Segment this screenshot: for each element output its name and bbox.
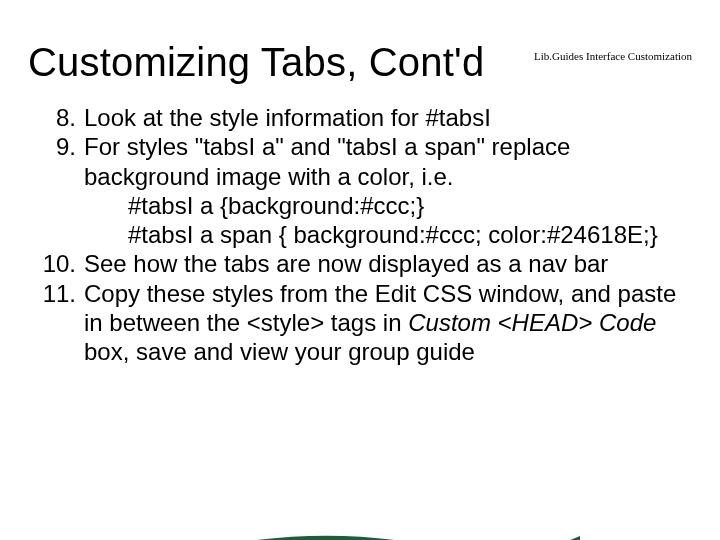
item-number: 8.	[28, 103, 76, 132]
list-item: 11. Copy these styles from the Edit CSS …	[64, 279, 692, 367]
footer: Michigan State University Libraries © Mi…	[0, 532, 720, 540]
item-number: 9.	[28, 132, 76, 161]
list-item: 10. See how the tabs are now displayed a…	[64, 249, 692, 278]
slide: Lib.Guides Interface Customization Custo…	[0, 40, 720, 540]
swoosh-graphic	[160, 524, 580, 540]
item-number: 10.	[28, 249, 76, 278]
item-text-italic: Custom <HEAD> Code	[408, 309, 656, 336]
item-text-suffix: box, save and view your group guide	[84, 338, 475, 365]
item-text: Look at the style information for #tabsI	[84, 104, 491, 131]
list-item: 9. For styles "tabsI a" and "tabsI a spa…	[64, 132, 692, 249]
code-line: #tabsI a {background:#ccc;}	[84, 191, 692, 220]
item-text: See how the tabs are now displayed as a …	[84, 250, 608, 277]
list-item: 8. Look at the style information for #ta…	[64, 103, 692, 132]
content-list: 8. Look at the style information for #ta…	[28, 103, 692, 366]
code-line: #tabsI a span { background:#ccc; color:#…	[84, 220, 692, 249]
item-number: 11.	[28, 279, 76, 308]
header-label: Lib.Guides Interface Customization	[534, 50, 692, 62]
item-text: For styles "tabsI a" and "tabsI a span" …	[84, 133, 570, 189]
slide-title: Customizing Tabs, Cont'd	[28, 40, 692, 85]
